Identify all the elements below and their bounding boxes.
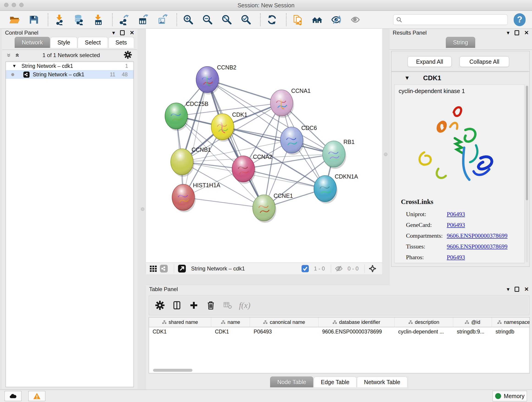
graph-node-RB1[interactable] xyxy=(323,141,346,169)
export-network-button[interactable] xyxy=(117,13,131,26)
tab-node-table[interactable]: Node Table xyxy=(270,376,313,387)
grid-view-icon[interactable] xyxy=(149,264,157,273)
show-home-button[interactable] xyxy=(310,13,324,26)
zoom-selected-button[interactable] xyxy=(239,13,253,26)
collapse-all-networks-icon[interactable]: » xyxy=(6,53,13,57)
graph-node-CCNA2[interactable] xyxy=(232,156,256,184)
panel-collapse-icon[interactable]: ▾ xyxy=(507,287,510,292)
results-scrollbar-thumb[interactable] xyxy=(526,86,528,200)
gene-collapse-icon[interactable]: ▼ xyxy=(404,75,410,81)
refresh-layout-button[interactable] xyxy=(265,13,279,26)
control-tab-select[interactable]: Select xyxy=(78,37,108,48)
control-tab-style[interactable]: Style xyxy=(51,37,77,48)
detach-view-icon[interactable] xyxy=(178,264,186,273)
column-header-name[interactable]: name xyxy=(211,317,250,327)
collapse-all-button[interactable]: Collapse All xyxy=(460,56,509,67)
graph-edge[interactable] xyxy=(183,80,207,197)
graph-node-CDK1[interactable] xyxy=(211,114,235,142)
table-cell[interactable]: CDK1 xyxy=(149,327,211,337)
table-horizontal-scrollbar-thumb[interactable] xyxy=(153,369,192,372)
minimize-window-button[interactable] xyxy=(12,3,16,7)
column-header-database-identifier[interactable]: database identifier xyxy=(318,317,394,327)
right-splitter-handle[interactable] xyxy=(384,153,387,156)
zoom-in-button[interactable] xyxy=(182,13,195,26)
panel-close-icon[interactable]: ✕ xyxy=(524,287,529,292)
table-cell[interactable]: stringdb:9... xyxy=(453,327,492,337)
graph-node-CDKN1A[interactable] xyxy=(314,176,337,204)
graph-node-CCNE1[interactable] xyxy=(253,195,276,223)
crosslink-link[interactable]: P06493 xyxy=(447,222,465,229)
network-row-selected[interactable]: String Network – cdk1 11 48 xyxy=(6,70,133,79)
gear-button[interactable] xyxy=(154,299,166,311)
network-canvas[interactable]: CCNB2CCNA1CDC25BCDK1CDC6RB1CCNB1CCNA2CDK… xyxy=(146,29,382,262)
birdseye-navigator-icon[interactable] xyxy=(368,264,377,273)
hide-selected-button[interactable] xyxy=(330,13,343,26)
table-row[interactable]: CDK1CDK1P064939606.ENSP00000378699cyclin… xyxy=(149,327,530,337)
split-panel-button[interactable] xyxy=(171,299,183,311)
panel-float-icon[interactable] xyxy=(120,30,125,35)
graph-node-CCNB2[interactable] xyxy=(196,66,220,95)
memory-button[interactable]: Memory xyxy=(493,391,527,401)
network-options-gear-icon[interactable] xyxy=(124,51,132,60)
panel-collapse-icon[interactable]: ▾ xyxy=(112,30,115,36)
help-button[interactable]: ? xyxy=(514,13,526,26)
expand-all-networks-icon[interactable]: » xyxy=(13,53,20,57)
panel-close-icon[interactable]: ✕ xyxy=(130,30,134,36)
zoom-fit-button[interactable] xyxy=(220,13,234,26)
export-table-button[interactable] xyxy=(137,13,150,26)
cloud-button[interactable] xyxy=(5,391,22,401)
network-collection-row[interactable]: ▼ String Network – cdk1 1 xyxy=(6,62,133,70)
table-cell[interactable]: cyclin-dependent ... xyxy=(394,327,453,337)
crosslink-link[interactable]: 9606.ENSP00000378699 xyxy=(447,232,507,239)
graph-edge[interactable] xyxy=(207,80,264,208)
table-cell[interactable]: CDK1 xyxy=(211,327,250,337)
export-image-button[interactable] xyxy=(156,13,169,26)
clone-network-button[interactable] xyxy=(291,13,304,26)
crosslink-link[interactable]: 9606.ENSP00000378699 xyxy=(447,243,507,250)
maximize-window-button[interactable] xyxy=(19,3,24,7)
hidden-elements-icon[interactable] xyxy=(335,264,343,273)
graph-node-CCNA1[interactable] xyxy=(270,90,294,118)
column-header-@id[interactable]: @id xyxy=(453,317,492,327)
delete-column-button[interactable] xyxy=(205,299,217,311)
zoom-out-button[interactable] xyxy=(201,13,214,26)
panel-close-icon[interactable]: ✕ xyxy=(524,30,529,36)
control-tab-sets[interactable]: Sets xyxy=(108,37,134,48)
panel-float-icon[interactable] xyxy=(515,30,519,35)
import-network-file-button[interactable] xyxy=(53,13,66,26)
panel-float-icon[interactable] xyxy=(515,287,519,292)
crosslink-link[interactable]: P06493 xyxy=(447,254,465,261)
crosslink-link[interactable]: P06493 xyxy=(447,211,465,218)
left-splitter-handle[interactable] xyxy=(141,207,144,211)
tab-network-table[interactable]: Network Table xyxy=(357,376,407,387)
results-scrollbar[interactable] xyxy=(526,86,528,262)
table-cell[interactable]: 9606.ENSP00000378699 xyxy=(318,327,394,337)
collection-expander-icon[interactable]: ▼ xyxy=(12,64,17,69)
table-cell[interactable]: P06493 xyxy=(250,327,318,337)
tab-string[interactable]: String xyxy=(446,37,475,48)
control-tab-network[interactable]: Network xyxy=(15,37,50,48)
import-table-file-button[interactable] xyxy=(91,13,105,26)
gene-section-header[interactable]: ▼ CDK1 xyxy=(392,72,530,84)
expand-all-button[interactable]: Expand All xyxy=(408,56,452,67)
graph-node-CCNB1[interactable] xyxy=(171,149,194,177)
warnings-button[interactable] xyxy=(28,391,45,401)
table-cell[interactable]: stringdb xyxy=(492,327,530,337)
import-network-database-button[interactable] xyxy=(72,13,85,26)
save-session-button[interactable] xyxy=(27,13,40,26)
graph-node-CDC25B[interactable] xyxy=(165,103,189,131)
search-input[interactable] xyxy=(404,17,505,23)
add-column-button[interactable] xyxy=(188,299,200,311)
column-header-namespace[interactable]: namespace xyxy=(492,317,530,327)
graph-edge[interactable] xyxy=(222,127,334,154)
tab-edge-table[interactable]: Edge Table xyxy=(314,376,356,387)
panel-collapse-icon[interactable]: ▾ xyxy=(507,30,510,36)
open-folder-button[interactable] xyxy=(8,13,21,26)
column-header-shared-name[interactable]: shared name xyxy=(149,317,211,327)
graph-node-CDC6[interactable] xyxy=(280,127,304,155)
selected-nodes-checkbox-icon[interactable] xyxy=(301,264,309,273)
column-header-canonical-name[interactable]: canonical name xyxy=(250,317,318,327)
column-header-description[interactable]: description xyxy=(394,317,453,327)
close-window-button[interactable] xyxy=(4,3,8,7)
graph-node-HIST1H1A[interactable] xyxy=(172,184,196,212)
